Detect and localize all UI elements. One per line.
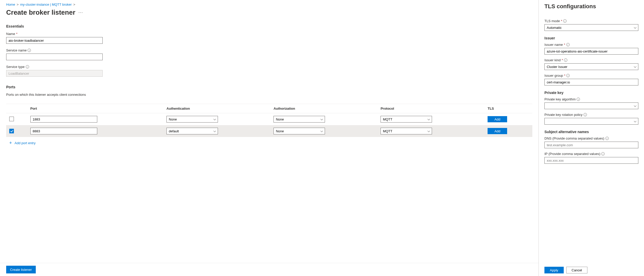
info-icon[interactable]: i: [577, 98, 580, 101]
required-indicator: *: [561, 19, 562, 23]
row-checkbox[interactable]: [9, 129, 14, 133]
panel-title: TLS configurations: [544, 3, 638, 10]
issuer-name-input[interactable]: [544, 48, 638, 55]
chevron-right-icon: >: [17, 3, 19, 6]
add-port-entry-button[interactable]: + Add port entry: [6, 137, 532, 149]
col-tls: TLS: [484, 104, 532, 113]
more-actions-button[interactable]: ···: [78, 10, 83, 15]
service-type-input: [6, 70, 103, 77]
pk-rot-select[interactable]: [544, 118, 638, 125]
cancel-button[interactable]: Cancel: [566, 267, 587, 273]
service-name-label: Service name: [6, 48, 27, 52]
name-input[interactable]: [6, 37, 103, 44]
tls-mode-label: TLS mode: [544, 19, 560, 23]
issuer-kind-label: Issuer kind: [544, 58, 561, 62]
proto-select[interactable]: [381, 128, 432, 134]
info-icon[interactable]: i: [564, 58, 567, 62]
authz-select[interactable]: [274, 128, 325, 134]
ip-label: IP (Provide comma separated values): [544, 152, 600, 156]
port-input[interactable]: [30, 128, 97, 134]
info-icon[interactable]: i: [605, 137, 609, 140]
required-indicator: *: [562, 58, 563, 62]
info-icon[interactable]: i: [566, 74, 570, 77]
add-port-label: Add port entry: [15, 141, 36, 145]
info-icon[interactable]: i: [584, 113, 587, 116]
san-heading: Subject alternative names: [544, 130, 638, 134]
ports-description: Ports on which this listener accepts cli…: [6, 93, 532, 97]
page-title-row: Create broker listener ···: [6, 8, 532, 16]
auth-select[interactable]: [166, 128, 218, 134]
required-indicator: *: [16, 32, 17, 36]
authz-select[interactable]: [274, 116, 325, 123]
create-listener-button[interactable]: Create listener: [6, 266, 36, 273]
row-checkbox[interactable]: [9, 117, 14, 121]
private-key-heading: Private key: [544, 91, 638, 95]
pk-algo-select[interactable]: [544, 102, 638, 109]
tls-config-panel: TLS configurations TLS mode * i Issuer I…: [539, 0, 644, 276]
auth-select[interactable]: [166, 116, 218, 123]
ports-heading: Ports: [6, 85, 532, 89]
panel-footer: Apply Cancel: [539, 264, 644, 276]
service-name-input[interactable]: [6, 54, 103, 60]
required-indicator: *: [564, 74, 565, 77]
proto-select[interactable]: [381, 116, 432, 123]
pk-algo-label: Private key algorithm: [544, 97, 576, 101]
table-row: Add: [6, 113, 532, 125]
issuer-heading: Issuer: [544, 36, 638, 40]
name-label: Name: [6, 32, 15, 36]
service-type-label: Service type: [6, 65, 25, 69]
footer: Create listener: [0, 263, 539, 276]
info-icon[interactable]: i: [601, 152, 605, 156]
page-title: Create broker listener: [6, 8, 75, 16]
issuer-group-input[interactable]: [544, 79, 638, 85]
main-pane: Home > my-cluster-instance | MQTT broker…: [0, 0, 539, 276]
tls-add-button[interactable]: Add: [488, 116, 507, 122]
breadcrumb-cluster[interactable]: my-cluster-instance | MQTT broker: [20, 3, 72, 6]
pk-rot-label: Private key rotation policy: [544, 113, 583, 117]
table-row: Add: [6, 125, 532, 137]
issuer-group-label: Issuer group: [544, 74, 563, 77]
tls-mode-select[interactable]: [544, 24, 638, 31]
info-icon[interactable]: i: [28, 49, 31, 52]
issuer-name-label: Issuer name: [544, 43, 563, 47]
name-field: Name *: [6, 32, 532, 44]
col-auth: Authentication: [163, 104, 270, 113]
ip-input[interactable]: [544, 157, 638, 164]
dns-input[interactable]: [544, 142, 638, 148]
col-authz: Authorization: [270, 104, 377, 113]
dns-label: DNS (Provide comma separated values): [544, 136, 604, 140]
info-icon[interactable]: i: [26, 65, 29, 68]
service-type-field: Service type i: [6, 65, 532, 77]
info-icon[interactable]: i: [563, 19, 567, 23]
essentials-heading: Essentials: [6, 24, 532, 28]
breadcrumb: Home > my-cluster-instance | MQTT broker…: [6, 3, 532, 6]
required-indicator: *: [564, 43, 565, 47]
apply-button[interactable]: Apply: [544, 267, 564, 273]
chevron-right-icon: >: [73, 3, 75, 6]
col-port: Port: [27, 104, 163, 113]
col-proto: Protocol: [377, 104, 484, 113]
tls-add-button[interactable]: Add: [488, 128, 507, 134]
plus-icon: +: [9, 141, 12, 145]
issuer-kind-select[interactable]: [544, 63, 638, 70]
port-input[interactable]: [30, 116, 97, 123]
service-name-field: Service name i: [6, 48, 532, 60]
info-icon[interactable]: i: [566, 43, 570, 46]
ports-table: Port Authentication Authorization Protoc…: [6, 104, 532, 137]
breadcrumb-home[interactable]: Home: [6, 3, 15, 6]
